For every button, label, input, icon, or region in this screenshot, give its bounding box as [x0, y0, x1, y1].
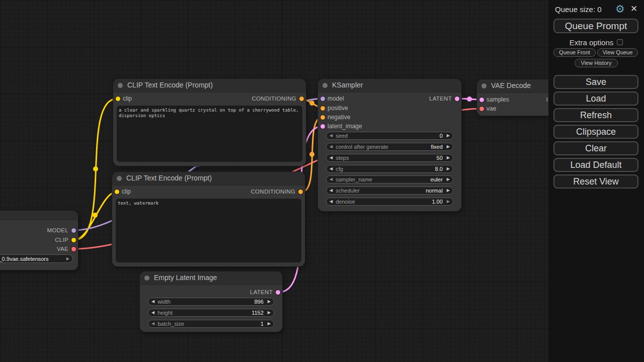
- prompt-textarea[interactable]: text, watermark: [116, 199, 301, 262]
- decrement-arrow-icon[interactable]: ◀: [151, 311, 154, 315]
- decrement-arrow-icon[interactable]: ◀: [330, 177, 333, 182]
- prompt-textarea[interactable]: a clear and sparkling quartz crystal on …: [117, 106, 302, 162]
- output-port-clip[interactable]: [71, 238, 76, 242]
- decrement-arrow-icon[interactable]: ◀: [330, 167, 333, 171]
- increment-arrow-icon[interactable]: ▶: [447, 156, 450, 160]
- output-port-latent[interactable]: [276, 290, 280, 295]
- input-port-clip[interactable]: [116, 97, 120, 101]
- reset-view-button[interactable]: Reset View: [553, 174, 638, 189]
- view-history-button[interactable]: View History: [575, 59, 618, 67]
- widget-scheduler[interactable]: ◀ scheduler normal ▶: [326, 187, 453, 195]
- node-header[interactable]: KSampler: [318, 79, 461, 93]
- view-queue-button[interactable]: View Queue: [597, 48, 638, 57]
- load-default-button[interactable]: Load Default: [553, 158, 638, 172]
- node-checkpoint-loader[interactable]: MODEL CLIP VAE .0_0.9vae.safetensors ▶: [0, 211, 78, 270]
- output-port-conditioning[interactable]: [298, 190, 303, 194]
- node-header[interactable]: [0, 211, 78, 220]
- increment-arrow-icon[interactable]: ▶: [447, 145, 450, 149]
- queue-front-button[interactable]: Queue Front: [553, 48, 596, 57]
- widget-label: width: [157, 299, 254, 305]
- next-value-arrow-icon[interactable]: ▶: [66, 257, 69, 261]
- widget-height[interactable]: ◀ height 1152 ▶: [148, 309, 274, 317]
- widget-seed[interactable]: ◀ seed 0 ▶: [326, 132, 453, 140]
- increment-arrow-icon[interactable]: ▶: [447, 177, 450, 182]
- input-port-latent-image[interactable]: [320, 124, 325, 129]
- input-port-samples[interactable]: [479, 98, 484, 102]
- output-port-model[interactable]: [71, 228, 76, 233]
- input-port-model[interactable]: [320, 97, 325, 101]
- output-label: MODEL: [47, 226, 68, 234]
- widget-control-after-generate[interactable]: ◀ control after generate fixed ▶: [326, 143, 453, 151]
- node-collapse-dot[interactable]: [481, 83, 487, 88]
- decrement-arrow-icon[interactable]: ◀: [151, 300, 154, 304]
- node-vae-decode[interactable]: VAE Decode samples IMAGE vae: [477, 79, 548, 116]
- input-port-negative[interactable]: [320, 115, 325, 120]
- increment-arrow-icon[interactable]: ▶: [447, 189, 450, 193]
- input-port-clip[interactable]: [115, 190, 119, 194]
- increment-arrow-icon[interactable]: ▶: [268, 322, 271, 326]
- increment-arrow-icon[interactable]: ▶: [447, 200, 450, 204]
- node-title: VAE Decode: [491, 79, 531, 92]
- clear-button[interactable]: Clear: [553, 141, 638, 155]
- extra-options-checkbox[interactable]: [617, 39, 623, 45]
- increment-arrow-icon[interactable]: ▶: [447, 167, 450, 171]
- widget-value: 50: [437, 155, 443, 161]
- link-midpoint-dot[interactable]: [309, 152, 314, 157]
- output-label: VAE: [57, 245, 68, 253]
- widget-cfg[interactable]: ◀ cfg 8.0 ▶: [326, 165, 453, 173]
- node-header[interactable]: Empty Latent Image: [140, 272, 282, 285]
- node-clip-text-encode-positive[interactable]: CLIP Text Encode (Prompt) clip CONDITION…: [113, 79, 306, 166]
- node-collapse-dot[interactable]: [118, 83, 123, 88]
- widget-steps[interactable]: ◀ steps 50 ▶: [326, 154, 453, 162]
- input-port-vae[interactable]: [479, 107, 484, 111]
- widget-label: scheduler: [336, 188, 426, 194]
- node-collapse-dot[interactable]: [144, 276, 149, 281]
- input-label: clip: [122, 188, 131, 196]
- node-empty-latent-image[interactable]: Empty Latent Image LATENT ◀ width 896 ▶ …: [140, 272, 282, 332]
- node-header[interactable]: CLIP Text Encode (Prompt): [112, 172, 305, 186]
- node-header[interactable]: VAE Decode: [477, 79, 548, 93]
- decrement-arrow-icon[interactable]: ◀: [330, 200, 333, 204]
- close-icon[interactable]: ✕: [630, 4, 637, 15]
- output-port-conditioning[interactable]: [299, 97, 304, 101]
- output-port-vae[interactable]: [71, 247, 76, 251]
- node-clip-text-encode-negative[interactable]: CLIP Text Encode (Prompt) clip CONDITION…: [112, 172, 305, 266]
- save-button[interactable]: Save: [553, 75, 638, 89]
- widget-denoise[interactable]: ◀ denoise 1.00 ▶: [326, 198, 453, 206]
- node-collapse-dot[interactable]: [117, 176, 122, 181]
- decrement-arrow-icon[interactable]: ◀: [330, 156, 333, 160]
- decrement-arrow-icon[interactable]: ◀: [151, 322, 154, 326]
- extra-options-label: Extra options: [570, 38, 614, 47]
- widget-batch-size[interactable]: ◀ batch_size 1 ▶: [148, 320, 274, 328]
- graph-canvas[interactable]: MODEL CLIP VAE .0_0.9vae.safetensors ▶ C…: [0, 0, 548, 362]
- link-midpoint-dot[interactable]: [467, 97, 472, 102]
- output-label: LATENT: [250, 288, 273, 296]
- link-midpoint-dot[interactable]: [309, 101, 314, 106]
- node-header[interactable]: CLIP Text Encode (Prompt): [113, 79, 306, 93]
- link-midpoint-dot[interactable]: [93, 213, 98, 218]
- increment-arrow-icon[interactable]: ▶: [447, 134, 450, 138]
- decrement-arrow-icon[interactable]: ◀: [330, 134, 333, 138]
- widget-ckpt-name[interactable]: .0_0.9vae.safetensors ▶: [0, 254, 73, 263]
- queue-prompt-button[interactable]: Queue Prompt: [553, 19, 638, 33]
- link-midpoint-dot[interactable]: [93, 166, 98, 171]
- widget-value: .0_0.9vae.safetensors: [0, 256, 49, 262]
- decrement-arrow-icon[interactable]: ◀: [330, 189, 333, 193]
- increment-arrow-icon[interactable]: ▶: [268, 311, 271, 315]
- widget-label: sampler_name: [336, 176, 430, 183]
- increment-arrow-icon[interactable]: ▶: [268, 300, 271, 304]
- settings-gear-icon[interactable]: ⚙: [615, 3, 625, 15]
- widget-width[interactable]: ◀ width 896 ▶: [148, 298, 274, 306]
- widget-label: control after generate: [336, 144, 431, 150]
- refresh-button[interactable]: Refresh: [553, 108, 638, 122]
- node-collapse-dot[interactable]: [323, 83, 328, 88]
- input-port-positive[interactable]: [320, 106, 325, 111]
- node-ksampler[interactable]: KSampler model LATENT positive negative …: [318, 79, 461, 211]
- widget-sampler-name[interactable]: ◀ sampler_name euler ▶: [326, 175, 453, 184]
- output-port-latent[interactable]: [455, 97, 459, 101]
- input-label: vae: [487, 105, 496, 113]
- load-button[interactable]: Load: [553, 92, 638, 106]
- decrement-arrow-icon[interactable]: ◀: [330, 145, 333, 149]
- clipspace-button[interactable]: Clipspace: [553, 125, 638, 139]
- extra-options-row: Extra options: [548, 38, 644, 47]
